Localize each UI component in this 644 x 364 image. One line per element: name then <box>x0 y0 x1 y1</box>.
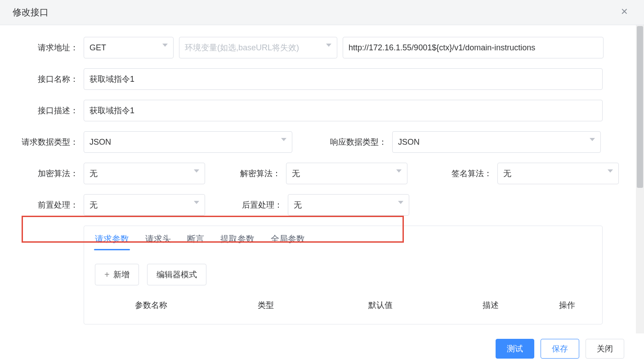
param-table-header: 参数名称 类型 默认值 描述 操作 <box>95 297 591 313</box>
post-process-select[interactable]: 无 <box>288 194 409 216</box>
row-pre-post-process: 前置处理： 无 后置处理： 无 <box>0 194 644 216</box>
chevron-down-icon <box>326 44 331 47</box>
chevron-down-icon <box>398 201 403 204</box>
test-button-label: 测试 <box>507 343 523 354</box>
modal-footer: 测试 保存 关闭 <box>0 333 644 364</box>
method-value: GET <box>89 43 106 53</box>
editor-mode-label: 编辑器模式 <box>157 269 197 280</box>
resp-data-type-select[interactable]: JSON <box>392 131 601 153</box>
post-process-value: 无 <box>294 200 302 210</box>
label-pre-process: 前置处理： <box>12 200 84 210</box>
url-input-wrapper <box>343 37 604 58</box>
decrypt-value: 无 <box>292 168 300 179</box>
group-req-type: 请求数据类型： JSON <box>12 131 292 153</box>
col-action: 操作 <box>545 300 590 311</box>
req-data-type-value: JSON <box>89 138 111 147</box>
label-sign: 签名算法： <box>407 168 497 179</box>
req-data-type-select[interactable]: JSON <box>84 131 292 153</box>
col-param-name: 参数名称 <box>95 300 207 311</box>
api-name-input-wrapper <box>84 68 603 90</box>
tab-request-headers[interactable]: 请求头 <box>145 233 171 249</box>
tab-body: + 新增 编辑器模式 参数名称 类型 默认值 描述 操作 <box>84 253 602 324</box>
col-type: 类型 <box>207 300 324 311</box>
label-request-url: 请求地址： <box>12 42 84 53</box>
chevron-down-icon <box>608 169 613 173</box>
label-req-data-type: 请求数据类型： <box>12 137 84 147</box>
scrollbar-thumb[interactable] <box>637 26 643 188</box>
close-button-label: 关闭 <box>597 343 613 354</box>
add-param-button[interactable]: + 新增 <box>95 264 139 285</box>
row-data-types: 请求数据类型： JSON 响应数据类型： JSON <box>0 131 644 153</box>
params-tabs-container: 请求参数 请求头 断言 提取参数 全局参数 + 新增 编辑器模式 参数名称 <box>84 226 603 324</box>
label-encrypt: 加密算法： <box>12 168 84 179</box>
test-button[interactable]: 测试 <box>496 339 534 359</box>
api-desc-input-wrapper <box>84 100 603 121</box>
url-input[interactable] <box>349 37 598 58</box>
decrypt-select[interactable]: 无 <box>286 163 407 184</box>
label-resp-data-type: 响应数据类型： <box>320 137 392 147</box>
tab-request-params[interactable]: 请求参数 <box>95 233 129 249</box>
chevron-down-icon <box>194 169 199 173</box>
tab-extract-params[interactable]: 提取参数 <box>220 233 255 249</box>
row-algorithms: 加密算法： 无 解密算法： 无 签名算法： 无 <box>0 163 644 184</box>
pre-process-value: 无 <box>89 200 98 210</box>
sign-value: 无 <box>503 168 511 179</box>
row-request-url: 请求地址： GET 环境变量(如选,baseURL将失效) <box>0 37 644 58</box>
label-decrypt: 解密算法： <box>205 168 286 179</box>
method-select[interactable]: GET <box>84 37 174 58</box>
close-icon[interactable]: × <box>621 4 628 18</box>
modal-title: 修改接口 <box>13 6 49 18</box>
chevron-down-icon <box>590 138 595 141</box>
label-post-process: 后置处理： <box>205 200 288 210</box>
tab-actions: + 新增 编辑器模式 <box>95 264 591 285</box>
env-select[interactable]: 环境变量(如选,baseURL将失效) <box>179 37 337 58</box>
modal-body: 请求地址： GET 环境变量(如选,baseURL将失效) 接口名称： 接口描述… <box>0 25 644 333</box>
group-resp-type: 响应数据类型： JSON <box>320 131 601 153</box>
close-button[interactable]: 关闭 <box>586 339 624 359</box>
save-button-label: 保存 <box>552 343 568 354</box>
editor-mode-button[interactable]: 编辑器模式 <box>147 264 206 285</box>
col-default: 默认值 <box>324 300 437 311</box>
tab-assertions[interactable]: 断言 <box>187 233 204 249</box>
label-api-name: 接口名称： <box>12 74 84 84</box>
tabs-bar: 请求参数 请求头 断言 提取参数 全局参数 <box>84 233 602 253</box>
env-placeholder: 环境变量(如选,baseURL将失效) <box>185 42 299 53</box>
api-desc-input[interactable] <box>89 100 597 121</box>
api-name-input[interactable] <box>89 69 597 89</box>
col-desc: 描述 <box>437 300 545 311</box>
row-api-name: 接口名称： <box>0 68 644 90</box>
chevron-down-icon <box>396 169 402 173</box>
encrypt-value: 无 <box>89 168 98 179</box>
row-api-desc: 接口描述： <box>0 100 644 121</box>
tab-global-params[interactable]: 全局参数 <box>271 233 305 249</box>
chevron-down-icon <box>194 201 199 204</box>
chevron-down-icon <box>281 138 286 141</box>
modal-root: 修改接口 × 请求地址： GET 环境变量(如选,baseURL将失效) 接口名… <box>0 0 644 364</box>
scrollbar-vertical[interactable] <box>636 25 644 364</box>
add-button-label: 新增 <box>113 269 130 280</box>
chevron-down-icon <box>162 44 168 47</box>
label-api-desc: 接口描述： <box>12 105 84 116</box>
plus-icon: + <box>104 270 110 280</box>
modal-header: 修改接口 × <box>0 0 644 25</box>
pre-process-select[interactable]: 无 <box>84 194 205 216</box>
save-button[interactable]: 保存 <box>541 339 579 359</box>
encrypt-select[interactable]: 无 <box>84 163 205 184</box>
sign-select[interactable]: 无 <box>497 163 619 184</box>
resp-data-type-value: JSON <box>398 138 420 147</box>
